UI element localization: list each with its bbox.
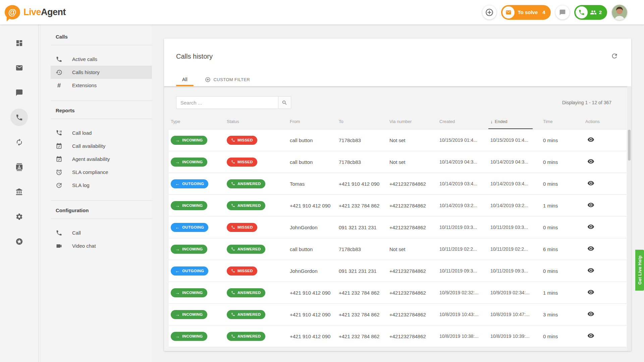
nav-section-calls: Calls Active calls Calls history # Exten… [51,34,152,101]
active-calls-count: 2 [599,9,602,15]
nav-item-video-chat[interactable]: Video chat [51,239,152,252]
view-call-button[interactable] [587,158,595,166]
chats-button[interactable] [555,5,570,19]
nav-item-call-availability[interactable]: Call availability [51,139,152,153]
tab-custom-filter[interactable]: CUSTOM FILTER [202,73,254,86]
cell-status: MISSED [225,158,288,167]
cell-actions [583,158,627,166]
column-header-time[interactable]: Time [541,119,583,124]
table-row[interactable]: ← OUTGOING MISSED JohnGordon 091 321 231… [169,260,627,282]
view-call-button[interactable] [587,223,595,231]
column-header-status[interactable]: Status [225,119,288,124]
cell-created: 10/15/2019 01:4... [437,137,488,143]
nav-item-call-config[interactable]: Call [51,226,152,239]
table-row[interactable]: ← OUTGOING ANSWERED Tomas +421 910 412 0… [169,173,627,195]
contacts-card-icon [15,163,23,171]
gear-icon [15,213,23,221]
column-header-ended[interactable]: ↓ Ended [488,119,541,124]
rail-item-automation[interactable] [10,133,28,151]
rail-item-settings[interactable] [10,208,28,225]
view-call-button[interactable] [587,180,595,188]
table-header-row: Type Status From To Via number Created ↓… [169,114,627,129]
nav-item-sla-compliance[interactable]: SLA compliance [51,166,152,179]
cell-time: 0 mins [541,181,583,187]
rail-item-customers[interactable] [10,158,28,176]
cell-time: 0 mins [541,268,583,274]
scrollbar-thumb[interactable] [628,130,631,161]
phone-icon [231,247,235,251]
view-call-button[interactable] [587,310,595,318]
rail-item-dashboard[interactable] [10,34,28,52]
nav-item-agent-availability[interactable]: Agent availability [51,153,152,166]
column-header-via-number[interactable]: Via number [387,119,437,124]
add-circle-icon [205,77,211,82]
cell-type: → INCOMING [169,288,225,297]
nav-item-label: Video chat [72,243,96,249]
table-body: → INCOMING MISSED call button 7178cb83 [169,129,627,347]
nav-item-calls-history[interactable]: Calls history [51,66,152,79]
to-solve-button[interactable]: To solve 4 [501,5,551,20]
column-header-created[interactable]: Created [437,119,488,124]
active-calls-button[interactable]: 2 [574,5,607,20]
rail-item-tickets[interactable] [10,59,28,76]
column-header-to[interactable]: To [337,119,387,124]
view-call-button[interactable] [587,267,595,275]
cell-from: +421 910 412 090 [288,290,337,296]
cell-actions [583,136,627,144]
view-call-button[interactable] [587,136,595,144]
column-header-actions: Actions [583,119,627,124]
call-type-label: INCOMING [182,312,203,316]
view-call-button[interactable] [587,332,595,340]
tab-label: CUSTOM FILTER [214,77,250,82]
cell-to: +421 910 412 090 [337,181,387,187]
table-row[interactable]: → INCOMING ANSWERED +421 910 412 090 +42… [169,282,627,304]
user-avatar[interactable] [612,5,627,20]
rail-item-calls[interactable] [10,109,28,126]
nav-section-title: Configuration [51,201,152,219]
nav-item-call-load[interactable]: Call load [51,126,152,139]
table-row[interactable]: → INCOMING ANSWERED +421 910 412 090 +42… [169,195,627,217]
avatar-photo [612,5,627,20]
rail-item-chats[interactable] [10,84,28,101]
view-call-button[interactable] [587,201,595,209]
table-row[interactable]: → INCOMING ANSWERED call button 7178cb83 [169,238,627,260]
nav-item-sla-log[interactable]: SLA log [51,179,152,192]
cell-via-number: +421232784862 [387,290,437,296]
view-call-button[interactable] [587,245,595,253]
cell-from: +421 910 412 090 [288,334,337,339]
column-header-from[interactable]: From [288,119,337,124]
cell-via-number: Not set [387,246,437,252]
column-header-type[interactable]: Type [169,119,225,124]
rail-item-gamification[interactable] [10,233,28,250]
nav-item-extensions[interactable]: # Extensions [51,79,152,92]
get-live-help-button[interactable]: Get Live Help [635,250,644,291]
search-button[interactable] [278,96,291,109]
call-type-label: OUTGOING [182,225,204,229]
call-type-label: OUTGOING [182,269,204,273]
vertical-scrollbar[interactable] [627,86,631,351]
table-row[interactable]: → INCOMING MISSED call button 7178cb83 [169,151,627,173]
search-input[interactable] [176,96,278,109]
table-row[interactable]: → INCOMING ANSWERED +421 910 412 090 +42… [169,325,627,347]
direction-arrow-icon: → [175,203,180,208]
call-type-badge: → INCOMING [171,310,207,319]
phone-icon [56,56,62,63]
phone-icon [231,291,235,295]
phone-icon [231,203,235,207]
nav-section-reports: Reports Call load Call availability Agen… [51,101,152,200]
direction-arrow-icon: ← [175,181,180,186]
cell-created: 10/8/2019 10:43:... [437,312,488,317]
cell-status: ANSWERED [225,245,288,254]
liveagent-logo[interactable]: @ LiveAgent [5,5,66,19]
refresh-button[interactable] [610,52,619,61]
table-row[interactable]: ← OUTGOING MISSED JohnGordon 091 321 231… [169,217,627,238]
group-icon [590,9,597,16]
table-row[interactable]: → INCOMING ANSWERED +421 910 412 090 +42… [169,304,627,325]
tab-all[interactable]: All [176,73,194,86]
nav-item-active-calls[interactable]: Active calls [51,53,152,66]
add-new-button[interactable] [482,5,496,19]
table-row[interactable]: → INCOMING MISSED call button 7178cb83 [169,129,627,151]
direction-arrow-icon: → [175,160,180,164]
rail-item-departments[interactable] [10,183,28,200]
view-call-button[interactable] [587,289,595,297]
